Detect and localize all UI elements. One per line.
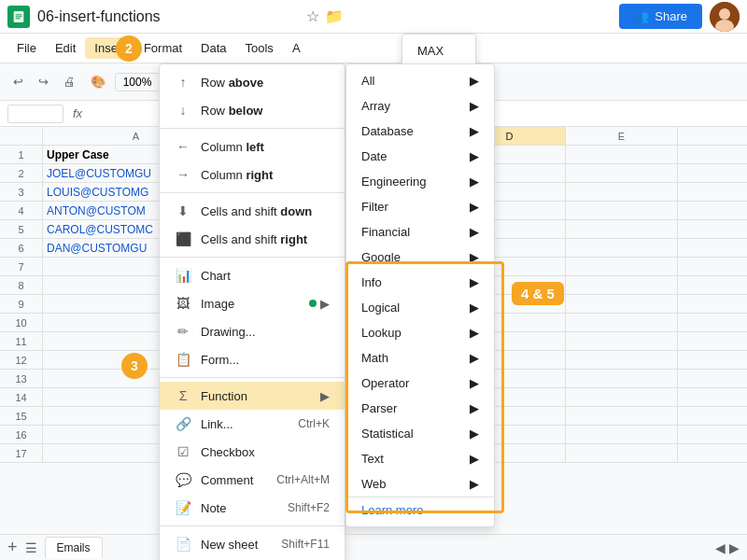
function-date-arrow: ▶ <box>470 149 479 163</box>
callout-2-badge: 2 <box>116 35 142 62</box>
col-header-e[interactable]: E <box>566 127 678 145</box>
function-engineering-label: Engineering <box>361 175 426 189</box>
undo-button[interactable]: ↩ <box>7 71 29 92</box>
cell-e11[interactable] <box>566 332 678 350</box>
cell-e10[interactable] <box>566 314 678 331</box>
note-shortcut: Shift+F2 <box>288 501 330 514</box>
function-engineering[interactable]: Engineering ▶ <box>346 169 494 194</box>
folder-icon[interactable]: 📁 <box>325 7 344 25</box>
function-financial[interactable]: Financial ▶ <box>346 219 494 245</box>
insert-drawing[interactable]: ✏ Drawing... <box>160 317 345 345</box>
menu-divider-1 <box>160 128 345 129</box>
insert-col-right[interactable]: → Column right <box>160 161 345 189</box>
cell-reference[interactable] <box>7 105 63 123</box>
row-number: 8 <box>0 276 43 294</box>
insert-form[interactable]: 📋 Form... <box>160 345 345 373</box>
menu-file[interactable]: File <box>7 37 46 59</box>
row-number: 6 <box>0 239 43 257</box>
function-arrow-icon: ▶ <box>320 389 330 403</box>
row-number: 10 <box>0 314 43 331</box>
insert-comment[interactable]: 💬 Comment Ctrl+Alt+M <box>160 466 345 494</box>
row-number: 11 <box>0 332 43 350</box>
menu-divider-3 <box>160 257 345 258</box>
insert-cells-right-label: Cells and shift right <box>201 232 307 246</box>
insert-col-left[interactable]: ← Column left <box>160 133 345 161</box>
menu-divider-5 <box>160 525 345 526</box>
zoom-display[interactable]: 100% <box>115 73 160 91</box>
row-number: 12 <box>0 351 43 369</box>
new-sheet-shortcut: Shift+F11 <box>281 538 330 551</box>
row-number: 14 <box>0 388 43 406</box>
image-icon: 🖼 <box>175 295 191 312</box>
insert-link[interactable]: 🔗 Link... Ctrl+K <box>160 410 345 438</box>
link-shortcut: Ctrl+K <box>298 417 330 430</box>
function-all[interactable]: All ▶ <box>346 68 494 93</box>
insert-col-right-label: Column right <box>201 168 273 182</box>
sheet-nav-right-button[interactable]: ▶ <box>729 540 740 555</box>
cell-e3[interactable] <box>566 183 678 201</box>
cell-e9[interactable] <box>566 295 678 313</box>
sheet-nav-left-button[interactable]: ◀ <box>715 540 726 555</box>
cell-e2[interactable] <box>566 164 678 182</box>
menu-tools[interactable]: Tools <box>236 37 283 59</box>
sheet-tab-emails[interactable]: Emails <box>45 537 103 558</box>
add-sheet-button[interactable]: + <box>7 538 18 557</box>
function-database[interactable]: Database ▶ <box>346 119 494 144</box>
cell-e13[interactable] <box>566 370 678 387</box>
function-filter[interactable]: Filter ▶ <box>346 194 494 219</box>
doc-title: 06-insert-functions <box>37 8 299 25</box>
cell-e15[interactable] <box>566 407 678 425</box>
cell-e5[interactable] <box>566 220 678 238</box>
row-below-icon: ↓ <box>175 102 191 119</box>
cell-e1[interactable] <box>566 146 678 163</box>
menu-format[interactable]: Format <box>134 37 191 59</box>
cells-right-icon: ⬛ <box>175 231 191 247</box>
insert-row-above-label: Row above <box>201 76 263 90</box>
menu-edit[interactable]: Edit <box>46 37 85 59</box>
insert-cells-down[interactable]: ⬇ Cells and shift down <box>160 197 345 225</box>
insert-image[interactable]: 🖼 Image ▶ <box>160 289 345 317</box>
print-button[interactable]: 🖨 <box>58 71 81 92</box>
insert-note[interactable]: 📝 Note Shift+F2 <box>160 494 345 522</box>
insert-function[interactable]: Σ Function ▶ <box>160 382 345 410</box>
function-date[interactable]: Date ▶ <box>346 144 494 169</box>
redo-button[interactable]: ↪ <box>33 71 54 92</box>
menu-divider-4 <box>160 377 345 378</box>
share-button[interactable]: 👥 Share <box>619 4 702 29</box>
function-financial-arrow: ▶ <box>470 225 479 239</box>
insert-row-below[interactable]: ↓ Row below <box>160 96 345 124</box>
function-all-label: All <box>361 74 374 88</box>
function-database-arrow: ▶ <box>470 124 479 138</box>
sheet-list-icon[interactable]: ☰ <box>25 540 37 555</box>
cell-e12[interactable] <box>566 351 678 369</box>
insert-checkbox[interactable]: ☑ Checkbox <box>160 438 345 466</box>
row-above-icon: ↑ <box>175 74 191 91</box>
paint-format-button[interactable]: 🎨 <box>85 71 111 92</box>
insert-new-sheet[interactable]: 📄 New sheet Shift+F11 <box>160 530 345 558</box>
insert-new-sheet-label: New sheet <box>201 538 258 552</box>
cell-e17[interactable] <box>566 444 678 462</box>
new-sheet-icon: 📄 <box>175 536 191 553</box>
menu-data[interactable]: Data <box>191 37 235 59</box>
cell-e16[interactable] <box>566 426 678 443</box>
menu-more[interactable]: A <box>283 37 310 59</box>
col-left-icon: ← <box>175 138 191 155</box>
menu-divider-2 <box>160 192 345 193</box>
cells-down-icon: ⬇ <box>175 203 191 219</box>
insert-chart-label: Chart <box>201 269 231 283</box>
cell-e7[interactable] <box>566 258 678 275</box>
row-number: 2 <box>0 164 43 182</box>
top-bar: 06-insert-functions ☆ 📁 👥 Share <box>0 0 747 34</box>
insert-cells-right[interactable]: ⬛ Cells and shift right <box>160 225 345 253</box>
cell-e14[interactable] <box>566 388 678 406</box>
insert-chart[interactable]: 📊 Chart <box>160 261 345 289</box>
insert-row-above[interactable]: ↑ Row above <box>160 68 345 96</box>
cell-e8[interactable] <box>566 276 678 294</box>
star-icon[interactable]: ☆ <box>306 7 319 25</box>
function-array[interactable]: Array ▶ <box>346 93 494 119</box>
cell-e4[interactable] <box>566 202 678 219</box>
cell-e6[interactable] <box>566 239 678 257</box>
callout-45-badge: 4 & 5 <box>512 282 564 305</box>
maxmin-item-max[interactable]: MAX <box>402 38 475 63</box>
sheet-navigation: ◀ ▶ <box>715 540 740 555</box>
